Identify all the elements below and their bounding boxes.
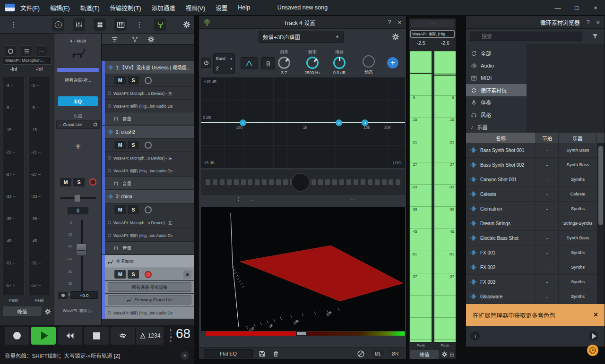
eq-point-3[interactable]: 3: [362, 119, 368, 126]
expansion-notification[interactable]: 在扩展管理器中获取更多音色包 ×: [466, 304, 605, 326]
category-loop-packs-selected[interactable]: 循环素材包: [466, 84, 527, 96]
solo-button[interactable]: S: [128, 205, 139, 214]
band-power-button[interactable]: [201, 58, 211, 68]
track-name-row[interactable]: 2: crash2: [105, 126, 194, 139]
record-button[interactable]: [5, 327, 29, 345]
loop-row[interactable]: Glassware-Synths: [466, 289, 597, 304]
track-instrument-row[interactable]: Steinway Grand Lite: [105, 294, 194, 306]
menu-file[interactable]: 文件(F): [15, 3, 45, 12]
menu-view[interactable]: 视图(V): [181, 3, 211, 12]
track-color-bar[interactable]: [57, 68, 99, 72]
notification-close-button[interactable]: ×: [594, 311, 598, 319]
browser-help-button[interactable]: ?: [587, 19, 590, 25]
solo-button[interactable]: S: [128, 270, 139, 279]
mute-button[interactable]: M: [114, 270, 126, 279]
mute-button[interactable]: M: [114, 205, 126, 214]
level-bar-handle[interactable]: [297, 332, 306, 335]
maximize-button[interactable]: □: [567, 4, 586, 11]
track-routing-label[interactable]: 所有通道·所...: [55, 77, 101, 83]
clip-grid-button[interactable]: [94, 18, 106, 31]
nudge-arrows[interactable]: ▴▾: [238, 196, 239, 202]
eq-close-button[interactable]: ×: [398, 19, 401, 26]
dynamics-knob[interactable]: [363, 55, 375, 68]
pan-value[interactable]: 0: [68, 207, 88, 214]
more-tools-button[interactable]: ⋮: [133, 18, 146, 31]
eq-help-button[interactable]: ?: [388, 19, 391, 25]
eq-point-1[interactable]: 1: [240, 119, 246, 126]
spectrogram-level-bar[interactable]: [206, 331, 405, 336]
track-name-row[interactable]: 3: china: [105, 190, 194, 203]
out-meter-settings-button[interactable]: [441, 350, 448, 358]
gain-value[interactable]: +0.0: [70, 291, 98, 299]
loop-row[interactable]: Bass Synth Shot 001-Synth Bass: [466, 143, 597, 158]
track-row-1[interactable]: 1:【MV】没出息 Useless | 现场版... M S WasAPI: M…: [102, 61, 194, 126]
eq-button[interactable]: EQ: [58, 96, 98, 106]
track-input-1[interactable]: WasAPI: Microph...o Device) - 左: [105, 152, 194, 164]
solo-button[interactable]: S: [128, 76, 139, 85]
loop-row[interactable]: Canyon Shot 001-Synths: [466, 172, 597, 187]
gain-knob[interactable]: [333, 57, 346, 69]
loop-row[interactable]: Bass Synth Shot 002-Synth Bass: [466, 158, 597, 172]
master-meter-settings-button[interactable]: [43, 307, 52, 316]
band-shape-button[interactable]: [241, 57, 258, 69]
track-input-2[interactable]: WasAPI: 喇叭 (Hig...ion Audio De: [105, 164, 194, 177]
loop-row[interactable]: Ciematron-Synths: [466, 202, 597, 216]
tempo-display[interactable]: 68: [176, 326, 190, 341]
track-record-arm-button[interactable]: [89, 178, 96, 186]
loop-row[interactable]: FX 001-Synths: [466, 245, 597, 260]
record-arm-button[interactable]: [145, 142, 152, 149]
master-list-button[interactable]: [21, 45, 32, 57]
track-row-2[interactable]: 2: crash2 M S WasAPI: Microph...o Device…: [102, 126, 194, 190]
track-name-row[interactable]: 1:【MV】没出息 Useless | 现场版...: [105, 61, 194, 74]
track-menu-button[interactable]: ≡: [183, 271, 191, 279]
output-device[interactable]: WasAPI: 喇叭 (Hig...: [410, 30, 455, 38]
column-beat[interactable]: 节拍: [536, 133, 559, 143]
eq-settings-button[interactable]: [391, 32, 400, 42]
track-color-strip[interactable]: [102, 255, 105, 319]
record-arm-button[interactable]: [145, 271, 152, 278]
status-close-button[interactable]: ×: [181, 351, 189, 360]
mixer-view-button[interactable]: [73, 18, 85, 31]
track-input-1[interactable]: WasAPI: Microph...o Device) - 左: [105, 216, 194, 229]
track-list-settings-button[interactable]: [147, 35, 155, 43]
panel-menu-button[interactable]: ⋮: [8, 18, 20, 31]
delete-preset-icon[interactable]: [272, 350, 279, 357]
more-left-button[interactable]: …: [249, 196, 255, 203]
category-style[interactable]: 风格: [466, 109, 527, 121]
stop-button[interactable]: [84, 327, 109, 345]
track-input-2[interactable]: WasAPI: 喇叭 (Hig...ion Audio De: [105, 100, 194, 112]
browser-close-button[interactable]: ×: [596, 19, 600, 26]
menu-help[interactable]: Help: [233, 4, 255, 11]
track-filter-button[interactable]: [110, 35, 119, 43]
loop-button[interactable]: [111, 327, 135, 345]
scrollbar-thumb[interactable]: [598, 146, 603, 225]
meter-style-button[interactable]: 日: [449, 350, 455, 358]
track-input-2[interactable]: WasAPI: 喇叭 (Hig...ion Audio De: [105, 229, 194, 242]
save-preset-icon[interactable]: [259, 350, 266, 357]
filter-funnel-icon[interactable]: [592, 33, 598, 40]
track-name-row[interactable]: 4: Piano: [105, 255, 194, 268]
phase-left-button[interactable]: ØL: [372, 349, 384, 358]
track-volume-row[interactable]: 音量: [105, 112, 194, 125]
view-mode-dropdown[interactable]: 频谱+3D声谱图▼: [259, 31, 344, 43]
menu-settings[interactable]: 设置: [210, 3, 233, 12]
freq-knob[interactable]: [306, 57, 319, 69]
minimize-button[interactable]: —: [548, 4, 567, 11]
add-plugin-button[interactable]: +: [54, 141, 102, 152]
balance-knob[interactable]: [291, 173, 310, 192]
menu-transport[interactable]: 传输控制(T): [105, 3, 147, 12]
category-midi[interactable]: MIDI: [466, 72, 527, 84]
track-routing-button[interactable]: [130, 35, 139, 43]
volume-fader-track[interactable]: [81, 220, 83, 295]
track-volume-row[interactable]: 音量: [105, 242, 194, 254]
close-window-button[interactable]: ×: [586, 4, 605, 11]
track-input-1[interactable]: WasAPI: Microph...o Device) - 左: [105, 87, 194, 100]
category-all[interactable]: 全部: [466, 47, 527, 59]
master-meter-mode-button[interactable]: 峰值: [3, 306, 42, 316]
column-name[interactable]: 名称: [466, 133, 536, 143]
return-to-start-button[interactable]: [58, 327, 82, 345]
loop-row[interactable]: Celeste-Celeste: [466, 187, 597, 202]
volume-fader-handle[interactable]: [76, 244, 86, 256]
loop-row[interactable]: FX 003-Synths: [466, 275, 597, 289]
track-channels-row[interactable]: 所有通道·所有设备: [105, 281, 194, 294]
